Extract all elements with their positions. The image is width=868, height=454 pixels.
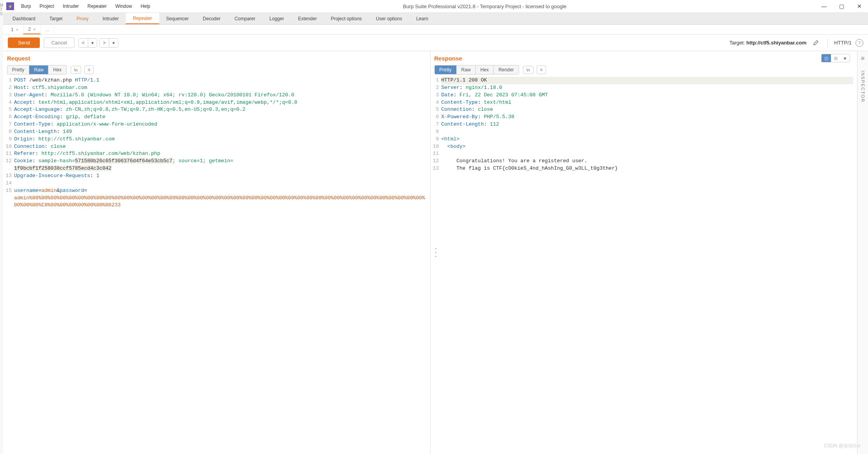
pane-splitter[interactable] xyxy=(434,247,438,259)
main-tab-extender[interactable]: Extender xyxy=(291,13,324,24)
history-back-dropdown[interactable]: ▾ xyxy=(88,39,97,47)
close-tab-icon[interactable]: × xyxy=(33,27,36,32)
newline-toggle[interactable]: \n xyxy=(71,66,81,74)
layout-combined-icon[interactable]: ■ xyxy=(840,54,850,62)
target-display: Target: http://ctf5.shiyanbar.com xyxy=(729,40,806,46)
sub-tab-1[interactable]: 1× xyxy=(6,25,23,34)
main-tab-decoder[interactable]: Decoder xyxy=(196,13,228,24)
inspector-label: INSPECTOR xyxy=(861,71,865,103)
panes-container: Request PrettyRawHex \n ≡ 12345678910111… xyxy=(3,51,868,454)
send-button[interactable]: Send xyxy=(8,37,40,48)
close-button[interactable]: ✕ xyxy=(850,0,868,13)
main-tab-intruder[interactable]: Intruder xyxy=(96,13,126,24)
window-title: Burp Suite Professional v2021.8 - Tempor… xyxy=(154,4,815,9)
response-pane-title: Response xyxy=(434,55,462,62)
response-viewer[interactable]: 12345678910111213 HTTP/1.1 200 OKServer:… xyxy=(430,77,857,454)
main-tab-proxy[interactable]: Proxy xyxy=(69,13,96,24)
repeater-sub-tabs: 1×2×... xyxy=(3,25,868,35)
app-icon: ⚡ xyxy=(6,2,14,10)
view-tab-hex[interactable]: Hex xyxy=(476,66,494,74)
view-tab-render[interactable]: Render xyxy=(494,66,518,74)
main-tab-target[interactable]: Target xyxy=(43,13,69,24)
menu-intruder[interactable]: Intruder xyxy=(59,1,83,11)
history-forward-dropdown[interactable]: ▾ xyxy=(109,39,118,47)
main-tab-dashboard[interactable]: Dashboard xyxy=(5,13,43,24)
new-tab-button[interactable]: ... xyxy=(41,25,54,34)
main-tab-sequencer[interactable]: Sequencer xyxy=(159,13,196,24)
menu-window[interactable]: Window xyxy=(111,1,136,11)
main-tab-project-options[interactable]: Project options xyxy=(324,13,369,24)
menu-repeater[interactable]: Repeater xyxy=(84,1,110,11)
menu-burp[interactable]: Burp xyxy=(17,1,35,11)
app-window: ⚡ BurpProjectIntruderRepeaterWindowHelp … xyxy=(3,0,868,454)
main-tab-comparer[interactable]: Comparer xyxy=(228,13,262,24)
view-tab-pretty[interactable]: Pretty xyxy=(435,66,457,74)
edit-target-icon[interactable] xyxy=(810,37,821,48)
left-edge-strip: M 7 S xyxy=(0,0,3,454)
main-tab-bar: DashboardTargetProxyIntruderRepeaterSequ… xyxy=(3,13,868,25)
cancel-button[interactable]: Cancel xyxy=(44,37,74,48)
main-tab-repeater[interactable]: Repeater xyxy=(126,13,159,24)
view-tab-hex[interactable]: Hex xyxy=(48,66,66,74)
inspector-rail[interactable]: ≡ INSPECTOR xyxy=(857,51,868,454)
view-tab-pretty[interactable]: Pretty xyxy=(7,66,29,74)
history-forward-button[interactable]: > xyxy=(100,39,109,47)
layout-stacked-icon[interactable]: ⊟ xyxy=(831,54,840,62)
main-tab-learn[interactable]: Learn xyxy=(409,13,435,24)
menu-project[interactable]: Project xyxy=(36,1,58,11)
inspector-toggle-icon[interactable]: ≡ xyxy=(861,55,864,62)
action-bar: Send Cancel < ▾ > ▾ Target: http://ctf5.… xyxy=(3,35,868,51)
watermark: CSDN @块块O.o xyxy=(824,443,860,449)
sub-tab-2[interactable]: 2× xyxy=(23,25,41,34)
menu-help[interactable]: Help xyxy=(137,1,154,11)
request-pane: Request PrettyRawHex \n ≡ 12345678910111… xyxy=(3,51,430,454)
layout-side-by-side-icon[interactable]: ◫ xyxy=(822,54,831,62)
history-back-button[interactable]: < xyxy=(79,39,88,47)
main-tab-logger[interactable]: Logger xyxy=(262,13,291,24)
title-bar: ⚡ BurpProjectIntruderRepeaterWindowHelp … xyxy=(3,0,868,13)
http-version-label[interactable]: HTTP/1 xyxy=(834,40,852,46)
response-options-icon[interactable]: ≡ xyxy=(537,66,546,74)
newline-toggle[interactable]: \n xyxy=(523,66,534,74)
layout-toggle[interactable]: ◫ ⊟ ■ xyxy=(821,54,850,62)
response-pane: Response ◫ ⊟ ■ PrettyRawHexRender \n ≡ 1… xyxy=(430,51,857,454)
close-tab-icon[interactable]: × xyxy=(16,27,18,32)
request-options-icon[interactable]: ≡ xyxy=(84,66,94,74)
main-tab-user-options[interactable]: User options xyxy=(369,13,409,24)
minimize-button[interactable]: — xyxy=(815,0,833,13)
request-pane-title: Request xyxy=(7,55,30,62)
maximize-button[interactable]: ▢ xyxy=(833,0,850,13)
request-editor[interactable]: 123456789101112131415 POST /web/kzhan.ph… xyxy=(3,77,430,454)
view-tab-raw[interactable]: Raw xyxy=(29,66,48,74)
view-tab-raw[interactable]: Raw xyxy=(457,66,476,74)
help-icon[interactable]: ? xyxy=(856,39,863,47)
